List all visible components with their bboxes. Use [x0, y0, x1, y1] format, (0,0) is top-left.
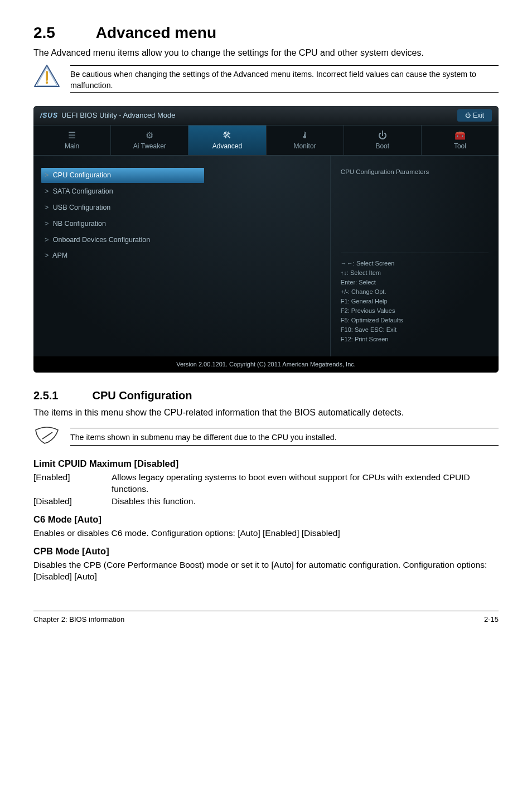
- help-key-line: ↑↓: Select Item: [341, 268, 489, 278]
- bios-tab-label: Monitor: [294, 142, 316, 150]
- bios-tab-tool[interactable]: 🧰Tool: [422, 125, 499, 155]
- bios-menu-item-label: CPU Configuration: [51, 171, 111, 179]
- help-key-line: +/-: Change Opt.: [341, 287, 489, 297]
- caution-text: Be cautious when changing the settings o…: [70, 69, 499, 90]
- bios-tab-boot[interactable]: ⏻Boot: [344, 125, 422, 155]
- chevron-right-icon: >: [45, 187, 49, 195]
- exit-button-label: Exit: [473, 111, 484, 120]
- subsection-title-text: CPU Configuration: [93, 389, 192, 402]
- bios-menu-item-label: SATA Configuration: [51, 187, 113, 195]
- chevron-right-icon: >: [45, 204, 49, 211]
- divider: [70, 92, 499, 93]
- option-desc-cpb: Disables the CPB (Core Performance Boost…: [33, 559, 499, 583]
- bios-tab-main[interactable]: ☰Main: [33, 125, 111, 155]
- main-icon: ☰: [36, 131, 108, 140]
- bios-menu-item-label: APM: [51, 252, 67, 259]
- caution-icon: [33, 64, 60, 88]
- note-icon: [33, 427, 60, 448]
- option-value: Disables this function.: [112, 496, 499, 508]
- subsection-intro: The items in this menu show the CPU-rela…: [33, 407, 499, 419]
- chevron-right-icon: >: [45, 236, 49, 244]
- option-heading-cpb: CPB Mode [Auto]: [33, 545, 499, 557]
- bios-body: > CPU Configuration> SATA Configuration>…: [33, 156, 499, 356]
- chevron-right-icon: >: [45, 171, 49, 179]
- chevron-right-icon: >: [45, 220, 49, 228]
- bios-menu-item[interactable]: > USB Configuration: [41, 200, 322, 215]
- option-row: [Enabled] Allows legacy operating system…: [33, 472, 499, 495]
- footer-right: 2-15: [484, 615, 499, 625]
- option-key: [Enabled]: [33, 472, 112, 495]
- option-desc-c6: Enables or disables C6 mode. Configurati…: [33, 528, 499, 539]
- bios-footer: Version 2.00.1201. Copyright (C) 2011 Am…: [33, 356, 499, 373]
- tool-icon: 🧰: [424, 131, 496, 140]
- bios-help-panel: CPU Configuration Parameters →←: Select …: [330, 156, 499, 356]
- boot-icon: ⏻: [346, 131, 419, 140]
- section-number: 2.5: [33, 22, 92, 44]
- bios-title-text: UEFI BIOS Utility - Advanced Mode: [61, 110, 175, 120]
- caution-block: Be cautious when changing the settings o…: [33, 64, 499, 95]
- section-title-text: Advanced menu: [96, 24, 216, 41]
- svg-point-3: [46, 81, 48, 84]
- help-key-line: F1: General Help: [341, 297, 489, 306]
- bios-tab-monitor[interactable]: 🌡Monitor: [267, 125, 344, 155]
- bios-menu-item[interactable]: > SATA Configuration: [41, 184, 322, 199]
- help-key-line: Enter: Select: [341, 278, 489, 287]
- note-block: The items shown in submenu may be differ…: [33, 426, 499, 450]
- bios-menu-item-label: Onboard Devices Configuration: [51, 236, 150, 244]
- bios-menu: > CPU Configuration> SATA Configuration>…: [33, 156, 330, 356]
- bios-menu-item[interactable]: > CPU Configuration: [41, 168, 204, 183]
- option-heading-c6: C6 Mode [Auto]: [33, 513, 499, 525]
- advanced-icon: 🛠: [191, 131, 263, 140]
- bios-tab-label: Boot: [375, 142, 389, 150]
- help-key-line: F2: Previous Values: [341, 306, 489, 316]
- help-key-line: F10: Save ESC: Exit: [341, 325, 489, 335]
- section-intro: The Advanced menu items allow you to cha…: [33, 47, 499, 59]
- subsection-heading: 2.5.1 CPU Configuration: [33, 388, 499, 403]
- note-text: The items shown in submenu may be differ…: [70, 432, 499, 443]
- bios-tab-advanced[interactable]: 🛠Advanced: [188, 125, 266, 155]
- footer-left: Chapter 2: BIOS information: [33, 615, 124, 625]
- ai-tweaker-icon: ⚙: [113, 131, 186, 140]
- bios-help-keys: →←: Select Screen↑↓: Select ItemEnter: S…: [341, 253, 489, 344]
- divider: [70, 65, 499, 66]
- bios-tab-label: Tool: [454, 142, 466, 150]
- bios-tabs: ☰Main⚙Ai Tweaker🛠Advanced🌡Monitor⏻Boot🧰T…: [33, 125, 499, 156]
- power-icon: ⏻: [465, 112, 471, 119]
- option-value: Allows legacy operating systems to boot …: [112, 472, 499, 495]
- bios-screenshot: /SUS UEFI BIOS Utility - Advanced Mode ⏻…: [33, 106, 499, 373]
- section-heading: 2.5 Advanced menu: [33, 22, 499, 44]
- monitor-icon: 🌡: [269, 131, 341, 140]
- help-key-line: →←: Select Screen: [341, 259, 489, 268]
- option-row: [Disabled] Disables this function.: [33, 496, 499, 508]
- bios-tab-ai-tweaker[interactable]: ⚙Ai Tweaker: [111, 125, 188, 155]
- bios-menu-item[interactable]: > NB Configuration: [41, 216, 322, 231]
- subsection-number: 2.5.1: [33, 388, 89, 403]
- bios-titlebar: /SUS UEFI BIOS Utility - Advanced Mode ⏻…: [33, 106, 499, 125]
- chevron-right-icon: >: [45, 252, 49, 259]
- bios-menu-item[interactable]: > Onboard Devices Configuration: [41, 233, 322, 248]
- bios-menu-item-label: USB Configuration: [51, 204, 110, 211]
- exit-button[interactable]: ⏻ Exit: [457, 109, 492, 122]
- bios-tab-label: Main: [65, 142, 79, 150]
- divider: [70, 428, 499, 428]
- option-key: [Disabled]: [33, 496, 112, 508]
- bios-menu-item-label: NB Configuration: [51, 220, 106, 228]
- divider: [70, 445, 499, 446]
- option-heading-limit-cpuid: Limit CPUID Maximum [Disabled]: [33, 457, 499, 470]
- asus-logo: /SUS: [40, 111, 58, 120]
- bios-menu-item[interactable]: > APM: [41, 248, 322, 263]
- bios-help-heading: CPU Configuration Parameters: [341, 168, 489, 177]
- bios-tab-label: Advanced: [212, 142, 242, 150]
- help-key-line: F5: Optimized Defaults: [341, 316, 489, 325]
- bios-tab-label: Ai Tweaker: [133, 142, 166, 150]
- page-footer: Chapter 2: BIOS information 2-15: [33, 611, 499, 625]
- help-key-line: F12: Print Screen: [341, 335, 489, 344]
